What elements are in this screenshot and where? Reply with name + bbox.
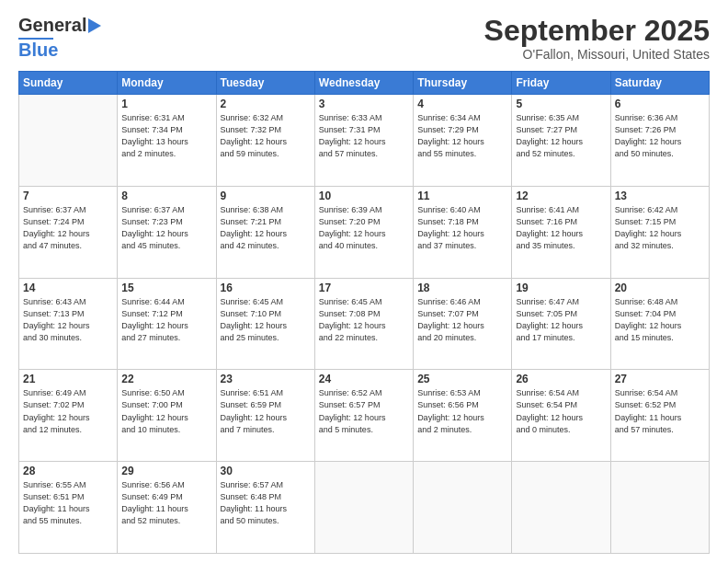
day-number: 5 <box>516 98 606 110</box>
day-number: 16 <box>221 282 311 294</box>
weekday-header: Friday <box>512 72 610 95</box>
calendar-day-cell: 6Sunrise: 6:36 AMSunset: 7:26 PMDaylight… <box>610 95 709 187</box>
day-number: 14 <box>23 282 113 294</box>
day-info: Sunrise: 6:56 AMSunset: 6:49 PMDaylight:… <box>121 479 211 527</box>
logo-blue-text: Blue <box>18 40 58 61</box>
calendar-day-cell: 18Sunrise: 6:46 AMSunset: 7:07 PMDayligh… <box>414 278 512 370</box>
calendar-week-row: 28Sunrise: 6:55 AMSunset: 6:51 PMDayligh… <box>19 462 710 554</box>
calendar-day-cell: 30Sunrise: 6:57 AMSunset: 6:48 PMDayligh… <box>216 462 314 554</box>
day-info: Sunrise: 6:57 AMSunset: 6:48 PMDaylight:… <box>221 479 311 527</box>
weekday-header: Wednesday <box>314 72 413 95</box>
day-number: 6 <box>615 98 705 110</box>
calendar-week-row: 14Sunrise: 6:43 AMSunset: 7:13 PMDayligh… <box>19 278 710 370</box>
day-info: Sunrise: 6:49 AMSunset: 7:02 PMDaylight:… <box>23 387 113 435</box>
day-info: Sunrise: 6:51 AMSunset: 6:59 PMDaylight:… <box>221 387 311 435</box>
day-info: Sunrise: 6:47 AMSunset: 7:05 PMDaylight:… <box>516 296 606 344</box>
day-number: 24 <box>319 373 409 385</box>
calendar-day-cell: 22Sunrise: 6:50 AMSunset: 7:00 PMDayligh… <box>118 370 216 462</box>
calendar-day-cell: 17Sunrise: 6:45 AMSunset: 7:08 PMDayligh… <box>314 278 413 370</box>
day-number: 11 <box>417 190 507 202</box>
calendar-day-cell: 27Sunrise: 6:54 AMSunset: 6:52 PMDayligh… <box>610 370 709 462</box>
day-info: Sunrise: 6:44 AMSunset: 7:12 PMDaylight:… <box>121 296 211 344</box>
calendar-day-cell: 19Sunrise: 6:47 AMSunset: 7:05 PMDayligh… <box>512 278 610 370</box>
calendar-day-cell: 3Sunrise: 6:33 AMSunset: 7:31 PMDaylight… <box>314 95 413 187</box>
calendar-day-cell <box>314 462 413 554</box>
calendar-day-cell: 14Sunrise: 6:43 AMSunset: 7:13 PMDayligh… <box>19 278 118 370</box>
weekday-header: Thursday <box>414 72 512 95</box>
calendar-day-cell: 9Sunrise: 6:38 AMSunset: 7:21 PMDaylight… <box>216 186 314 278</box>
calendar-day-cell: 11Sunrise: 6:40 AMSunset: 7:18 PMDayligh… <box>414 186 512 278</box>
logo-wrapper: General <box>18 15 101 36</box>
calendar-day-cell: 2Sunrise: 6:32 AMSunset: 7:32 PMDaylight… <box>216 95 314 187</box>
day-number: 3 <box>319 98 409 110</box>
title-section: September 2025 O'Fallon, Missouri, Unite… <box>484 15 710 62</box>
calendar-day-cell: 1Sunrise: 6:31 AMSunset: 7:34 PMDaylight… <box>118 95 216 187</box>
calendar-day-cell: 23Sunrise: 6:51 AMSunset: 6:59 PMDayligh… <box>216 370 314 462</box>
day-number: 21 <box>23 373 113 385</box>
calendar-day-cell: 20Sunrise: 6:48 AMSunset: 7:04 PMDayligh… <box>610 278 709 370</box>
day-number: 10 <box>319 190 409 202</box>
day-info: Sunrise: 6:39 AMSunset: 7:20 PMDaylight:… <box>319 204 409 252</box>
day-number: 7 <box>23 190 113 202</box>
calendar-day-cell: 24Sunrise: 6:52 AMSunset: 6:57 PMDayligh… <box>314 370 413 462</box>
day-number: 29 <box>121 465 211 477</box>
day-info: Sunrise: 6:55 AMSunset: 6:51 PMDaylight:… <box>23 479 113 527</box>
calendar-day-cell: 4Sunrise: 6:34 AMSunset: 7:29 PMDaylight… <box>414 95 512 187</box>
weekday-header: Saturday <box>610 72 709 95</box>
day-number: 19 <box>516 282 606 294</box>
logo-arrow-icon <box>88 18 101 33</box>
day-info: Sunrise: 6:43 AMSunset: 7:13 PMDaylight:… <box>23 296 113 344</box>
day-number: 23 <box>221 373 311 385</box>
day-info: Sunrise: 6:36 AMSunset: 7:26 PMDaylight:… <box>615 112 705 160</box>
location: O'Fallon, Missouri, United States <box>484 47 710 62</box>
day-number: 1 <box>121 98 211 110</box>
logo-general-text: General <box>18 15 86 36</box>
day-info: Sunrise: 6:41 AMSunset: 7:16 PMDaylight:… <box>516 204 606 252</box>
calendar-day-cell <box>512 462 610 554</box>
day-info: Sunrise: 6:31 AMSunset: 7:34 PMDaylight:… <box>121 112 211 160</box>
calendar-table: SundayMondayTuesdayWednesdayThursdayFrid… <box>18 71 710 554</box>
day-info: Sunrise: 6:52 AMSunset: 6:57 PMDaylight:… <box>319 387 409 435</box>
day-info: Sunrise: 6:35 AMSunset: 7:27 PMDaylight:… <box>516 112 606 160</box>
day-info: Sunrise: 6:54 AMSunset: 6:54 PMDaylight:… <box>516 387 606 435</box>
day-number: 15 <box>121 282 211 294</box>
calendar-day-cell: 29Sunrise: 6:56 AMSunset: 6:49 PMDayligh… <box>118 462 216 554</box>
day-number: 17 <box>319 282 409 294</box>
calendar-week-row: 1Sunrise: 6:31 AMSunset: 7:34 PMDaylight… <box>19 95 710 187</box>
day-number: 18 <box>417 282 507 294</box>
calendar-day-cell: 12Sunrise: 6:41 AMSunset: 7:16 PMDayligh… <box>512 186 610 278</box>
day-info: Sunrise: 6:38 AMSunset: 7:21 PMDaylight:… <box>221 204 311 252</box>
day-info: Sunrise: 6:48 AMSunset: 7:04 PMDaylight:… <box>615 296 705 344</box>
header: General Blue September 2025 O'Fallon, Mi… <box>18 15 710 62</box>
calendar-day-cell: 8Sunrise: 6:37 AMSunset: 7:23 PMDaylight… <box>118 186 216 278</box>
calendar-day-cell: 28Sunrise: 6:55 AMSunset: 6:51 PMDayligh… <box>19 462 118 554</box>
calendar-day-cell: 15Sunrise: 6:44 AMSunset: 7:12 PMDayligh… <box>118 278 216 370</box>
day-info: Sunrise: 6:54 AMSunset: 6:52 PMDaylight:… <box>615 387 705 435</box>
calendar-day-cell: 25Sunrise: 6:53 AMSunset: 6:56 PMDayligh… <box>414 370 512 462</box>
day-info: Sunrise: 6:32 AMSunset: 7:32 PMDaylight:… <box>221 112 311 160</box>
weekday-header: Monday <box>118 72 216 95</box>
calendar-header-row: SundayMondayTuesdayWednesdayThursdayFrid… <box>19 72 710 95</box>
page: General Blue September 2025 O'Fallon, Mi… <box>0 0 728 563</box>
day-number: 28 <box>23 465 113 477</box>
day-number: 9 <box>221 190 311 202</box>
day-number: 20 <box>615 282 705 294</box>
calendar-day-cell <box>19 95 118 187</box>
weekday-header: Sunday <box>19 72 118 95</box>
day-info: Sunrise: 6:34 AMSunset: 7:29 PMDaylight:… <box>417 112 507 160</box>
calendar-day-cell: 5Sunrise: 6:35 AMSunset: 7:27 PMDaylight… <box>512 95 610 187</box>
day-number: 27 <box>615 373 705 385</box>
calendar-day-cell: 10Sunrise: 6:39 AMSunset: 7:20 PMDayligh… <box>314 186 413 278</box>
day-number: 22 <box>121 373 211 385</box>
day-number: 26 <box>516 373 606 385</box>
day-info: Sunrise: 6:45 AMSunset: 7:10 PMDaylight:… <box>221 296 311 344</box>
calendar-day-cell: 16Sunrise: 6:45 AMSunset: 7:10 PMDayligh… <box>216 278 314 370</box>
calendar-day-cell: 26Sunrise: 6:54 AMSunset: 6:54 PMDayligh… <box>512 370 610 462</box>
day-number: 8 <box>121 190 211 202</box>
day-info: Sunrise: 6:37 AMSunset: 7:24 PMDaylight:… <box>23 204 113 252</box>
day-number: 25 <box>417 373 507 385</box>
day-info: Sunrise: 6:53 AMSunset: 6:56 PMDaylight:… <box>417 387 507 435</box>
calendar-week-row: 7Sunrise: 6:37 AMSunset: 7:24 PMDaylight… <box>19 186 710 278</box>
calendar-day-cell: 7Sunrise: 6:37 AMSunset: 7:24 PMDaylight… <box>19 186 118 278</box>
calendar-week-row: 21Sunrise: 6:49 AMSunset: 7:02 PMDayligh… <box>19 370 710 462</box>
